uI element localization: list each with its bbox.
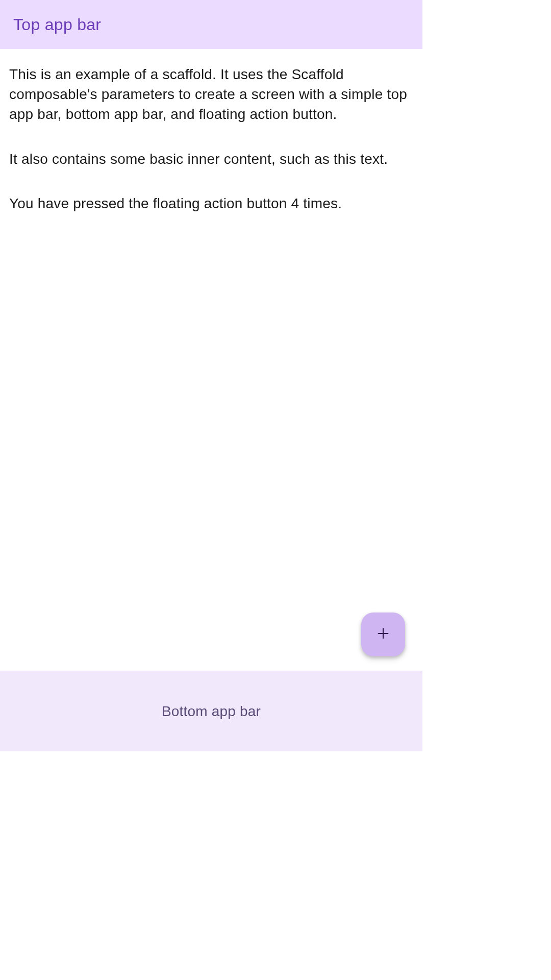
bottom-app-bar-label: Bottom app bar [162,703,261,720]
top-app-bar-title: Top app bar [13,15,101,34]
press-count-text: You have pressed the floating action but… [9,193,413,213]
inner-content-text: It also contains some basic inner conten… [9,149,413,169]
scaffold-description-text: This is an example of a scaffold. It use… [9,64,413,125]
add-icon [376,626,390,643]
bottom-app-bar: Bottom app bar [0,671,422,751]
content-area: This is an example of a scaffold. It use… [0,49,422,229]
floating-action-button[interactable] [361,612,405,656]
top-app-bar: Top app bar [0,0,422,49]
